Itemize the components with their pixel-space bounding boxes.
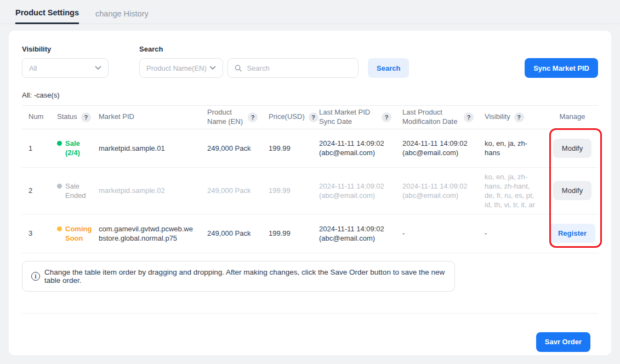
cell-price: 199.99 bbox=[264, 139, 315, 157]
cell-product-name: 249,000 Pack bbox=[203, 139, 264, 157]
col-header-visibility: Visibility? bbox=[480, 110, 548, 124]
modify-button[interactable]: Modify bbox=[553, 139, 591, 158]
search-field-select[interactable]: Product Name(EN) bbox=[139, 58, 223, 78]
status-text: Sale(2/4) bbox=[65, 139, 80, 157]
cell-last-sync: 2024-11-11 14:09:02(abc@email.com) bbox=[315, 134, 398, 162]
visibility-select[interactable]: All bbox=[22, 58, 109, 78]
cell-price: 199.99 bbox=[264, 224, 315, 242]
col-header-label: Manage bbox=[560, 112, 585, 122]
save-order-button[interactable]: Savr Order bbox=[536, 332, 590, 352]
cell-last-sync: 2024-11-11 14:09:02(abc@email.com) bbox=[315, 177, 398, 204]
visibility-filter-label: Visibility bbox=[22, 45, 139, 53]
help-icon[interactable]: ? bbox=[382, 112, 391, 122]
status-line: Sale bbox=[65, 139, 80, 148]
mod-by: (abc@email.com) bbox=[402, 148, 474, 157]
search-filter-group: Search Product Name(EN) bbox=[139, 45, 359, 78]
col-header-label: Market PID bbox=[99, 112, 134, 122]
search-button[interactable]: Search bbox=[368, 58, 409, 78]
product-settings-panel: Visibility All Search Product Name(EN) S… bbox=[9, 31, 611, 355]
status-line: Sale Ended bbox=[65, 181, 88, 200]
status-dot-icon bbox=[57, 184, 62, 189]
help-icon[interactable]: ? bbox=[248, 112, 258, 122]
col-header-product-name: Product Name (EN)? bbox=[203, 106, 264, 129]
cell-last-mod: 2024-11-11 14:09:02(abc@email.com) bbox=[398, 134, 480, 162]
col-header-label: Num bbox=[29, 112, 43, 122]
cell-manage: Register bbox=[548, 219, 599, 247]
visibility-filter-group: Visibility All bbox=[22, 45, 139, 78]
page: { "tabs": { "product_settings": "Product… bbox=[0, 0, 620, 364]
cell-manage: Modify bbox=[548, 134, 599, 162]
col-header-price: Price(USD)? bbox=[264, 110, 315, 124]
col-header-label: Visibility bbox=[485, 112, 510, 122]
cell-num: 1 bbox=[22, 139, 53, 157]
status-text: ComingSoon bbox=[65, 224, 92, 243]
cell-last-sync: 2024-11-11 14:09:02(abc@email.com) bbox=[315, 220, 398, 247]
table-row[interactable]: 3 ComingSoon com.gamevil.gvtwd.pcweb.web… bbox=[22, 214, 598, 253]
status-badge: Sale(2/4) bbox=[53, 134, 94, 162]
sync-by: (abc@email.com) bbox=[319, 148, 391, 157]
mod-date: 2024-11-11 14:09:02 bbox=[402, 139, 474, 148]
cell-market-pid: marketpid.sample.02 bbox=[94, 181, 203, 200]
status-badge: Sale Ended bbox=[53, 177, 94, 204]
search-input[interactable] bbox=[247, 64, 351, 72]
tab-product-settings[interactable]: Product Settings bbox=[15, 8, 79, 24]
footer-actions: Savr Order bbox=[22, 332, 598, 352]
sync-date: 2024-11-11 14:09:02 bbox=[319, 139, 391, 148]
chevron-down-icon bbox=[209, 66, 216, 70]
col-header-label: Status bbox=[57, 112, 77, 122]
sync-market-pid-button[interactable]: Sync Market PID bbox=[525, 58, 598, 78]
cell-product-name: 249,000 Pack bbox=[203, 224, 264, 242]
status-text: Sale Ended bbox=[65, 181, 88, 200]
info-icon: i bbox=[31, 272, 40, 281]
case-count: All: -case(s) bbox=[22, 91, 598, 99]
cell-num: 3 bbox=[22, 224, 53, 242]
col-header-label: Price(USD) bbox=[269, 112, 305, 122]
mod-date: - bbox=[402, 229, 474, 238]
register-button[interactable]: Register bbox=[549, 224, 595, 243]
tab-change-history[interactable]: change History bbox=[95, 9, 149, 24]
filter-bar: Visibility All Search Product Name(EN) S… bbox=[22, 45, 598, 78]
help-icon[interactable]: ? bbox=[81, 112, 91, 122]
status-line: Soon bbox=[65, 234, 92, 243]
cell-visibility: ko, en, ja, zh-hans, zh-hant, de, fr, ru… bbox=[480, 168, 548, 214]
cell-last-mod: 2024-11-11 14:09:02(abc@email.com) bbox=[398, 177, 480, 204]
mod-date: 2024-11-11 14:09:02 bbox=[402, 181, 474, 191]
cell-last-mod: - bbox=[398, 224, 480, 242]
cell-product-name: 249,000 Pack bbox=[203, 181, 264, 200]
col-header-last-sync: Last Market PID Sync Date? bbox=[315, 106, 398, 129]
col-header-last-mod: Last Product Modificaiton Date? bbox=[398, 106, 480, 129]
search-filter-label: Search bbox=[139, 45, 359, 53]
cell-market-pid: com.gamevil.gvtwd.pcweb.webstore.global.… bbox=[94, 220, 203, 247]
search-box bbox=[227, 58, 359, 78]
cell-manage: Modify bbox=[548, 177, 599, 204]
cell-market-pid: marketpid.sample.01 bbox=[94, 139, 203, 157]
table-row[interactable]: 2 Sale Ended marketpid.sample.02 249,000… bbox=[22, 168, 598, 214]
sync-by: (abc@email.com) bbox=[319, 191, 391, 200]
col-header-label: Product Name (EN) bbox=[207, 108, 244, 127]
search-icon bbox=[235, 64, 242, 72]
mod-by: (abc@email.com) bbox=[402, 191, 474, 200]
visibility-select-value: All bbox=[29, 64, 37, 72]
col-header-status: Status? bbox=[53, 110, 94, 124]
status-dot-icon bbox=[57, 141, 62, 146]
divider bbox=[22, 313, 598, 314]
status-line: Coming bbox=[65, 224, 92, 234]
help-icon[interactable]: ? bbox=[464, 112, 474, 122]
status-dot-icon bbox=[57, 226, 62, 231]
info-banner: i Change the table item order by draggin… bbox=[22, 261, 455, 292]
modify-button[interactable]: Modify bbox=[553, 181, 591, 200]
tab-bar: Product Settings change History bbox=[0, 0, 620, 24]
status-line: (2/4) bbox=[65, 148, 80, 157]
col-header-market-pid: Market PID bbox=[94, 110, 203, 124]
cell-num: 2 bbox=[22, 181, 53, 200]
status-badge: ComingSoon bbox=[53, 220, 94, 247]
table-row[interactable]: 1 Sale(2/4) marketpid.sample.01 249,000 … bbox=[22, 129, 598, 168]
chevron-down-icon bbox=[95, 66, 101, 70]
col-header-label: Last Market PID Sync Date bbox=[319, 108, 378, 127]
col-header-label: Last Product Modificaiton Date bbox=[402, 108, 460, 127]
cell-visibility: ko, en, ja, zh-hans bbox=[480, 134, 548, 162]
col-header-num: Num bbox=[22, 110, 53, 124]
sync-date: 2024-11-11 14:09:02 bbox=[319, 224, 391, 234]
info-text: Change the table item order by dragging … bbox=[44, 268, 446, 285]
help-icon[interactable]: ? bbox=[514, 112, 524, 122]
